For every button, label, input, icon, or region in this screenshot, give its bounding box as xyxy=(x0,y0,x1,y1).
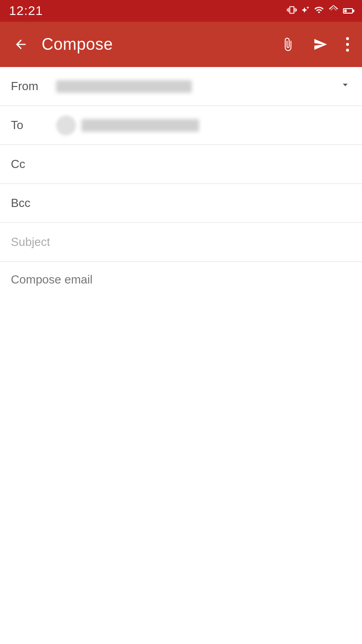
from-row: From xyxy=(0,67,362,106)
svg-point-0 xyxy=(346,37,349,40)
wifi-icon xyxy=(314,5,324,17)
subject-input[interactable] xyxy=(11,235,351,249)
cc-label: Cc xyxy=(11,157,47,171)
body-input[interactable] xyxy=(11,273,351,327)
subject-value xyxy=(11,235,351,249)
from-label: From xyxy=(11,79,47,93)
signal-icon xyxy=(329,5,338,17)
back-button[interactable] xyxy=(9,33,33,56)
to-label: To xyxy=(11,118,47,132)
app-bar: Compose xyxy=(0,22,362,67)
cc-input[interactable] xyxy=(56,157,351,171)
page-title: Compose xyxy=(42,35,268,54)
status-icons xyxy=(287,5,353,17)
from-email-blurred xyxy=(56,80,192,93)
bcc-row[interactable]: Bcc xyxy=(0,184,362,223)
from-dropdown-icon[interactable] xyxy=(339,79,351,94)
app-bar-actions xyxy=(277,34,353,55)
status-bar: 12:21 xyxy=(0,0,362,22)
svg-point-2 xyxy=(346,49,349,52)
bcc-label: Bcc xyxy=(11,196,47,210)
svg-point-1 xyxy=(346,43,349,46)
vibrate-icon xyxy=(287,5,297,17)
battery-icon xyxy=(343,6,353,16)
to-value xyxy=(56,115,351,135)
cc-row[interactable]: Cc xyxy=(0,145,362,184)
bcc-value xyxy=(56,196,351,210)
attach-icon[interactable] xyxy=(277,34,299,55)
body-row[interactable] xyxy=(0,262,362,352)
status-time: 12:21 xyxy=(9,4,43,18)
to-email-blurred xyxy=(81,119,199,132)
compose-form: From To Cc Bcc xyxy=(0,67,362,352)
from-value xyxy=(56,80,330,93)
to-row: To xyxy=(0,106,362,145)
cc-value xyxy=(56,157,351,171)
bcc-input[interactable] xyxy=(56,196,351,210)
subject-row[interactable] xyxy=(0,223,362,262)
more-options-icon[interactable] xyxy=(342,34,353,55)
to-avatar xyxy=(56,115,76,135)
spark-icon xyxy=(301,6,310,16)
send-icon[interactable] xyxy=(310,34,331,55)
